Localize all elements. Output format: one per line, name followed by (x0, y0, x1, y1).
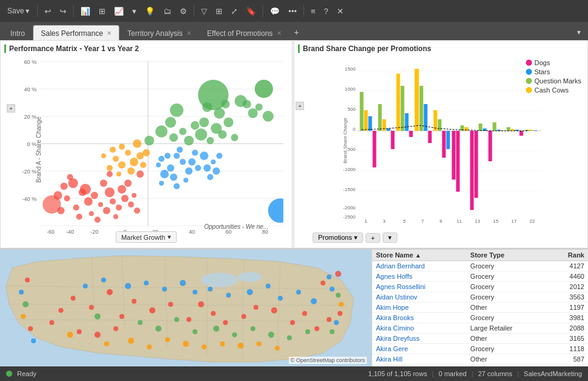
table-row[interactable]: Adrian BernhardGrocery4127 (372, 261, 588, 271)
promotions-dropdown[interactable]: Promotions ▾ (313, 232, 363, 243)
promotions-add-btn[interactable]: + (366, 233, 380, 243)
svg-point-236 (165, 337, 170, 342)
data-button[interactable]: ⊞ (95, 4, 109, 18)
toolbar-divider-4 (263, 5, 263, 17)
cell-rank: 2012 (548, 282, 588, 292)
promotions-arrow: ▾ (354, 234, 358, 241)
svg-point-193 (77, 329, 82, 334)
svg-point-209 (125, 283, 131, 289)
svg-point-24 (64, 195, 70, 201)
svg-point-92 (165, 117, 176, 128)
svg-point-53 (118, 161, 126, 169)
legend-cash-cows: Cash Cows (526, 86, 581, 94)
svg-point-231 (305, 329, 310, 334)
settings-button[interactable]: ⚙ (176, 4, 191, 18)
market-growth-dropdown[interactable]: Market Growth ▾ (116, 231, 177, 243)
col-store-name[interactable]: Store Name ▲ (372, 250, 467, 261)
svg-text:-1500: -1500 (343, 187, 356, 192)
save-button[interactable]: Save ▾ (2, 4, 34, 18)
tab-more-button[interactable]: ▾ (572, 24, 586, 40)
svg-point-49 (132, 193, 136, 198)
tab-territory-analysis-label: Territory Analysis (127, 29, 183, 38)
comment-button[interactable]: 💬 (266, 4, 283, 18)
col-store-name-label: Store Name (376, 251, 413, 259)
grid-button[interactable]: ⊞ (212, 4, 226, 18)
status-rows: 1,105 of 1,105 rows (368, 370, 427, 377)
chart-down-button[interactable]: ▾ (129, 4, 140, 18)
svg-point-89 (144, 136, 154, 145)
svg-point-73 (156, 163, 161, 167)
tab-add-button[interactable]: + (289, 24, 304, 40)
bookmark-button[interactable]: 🔖 (243, 4, 260, 18)
svg-text:22: 22 (530, 218, 535, 224)
svg-point-240 (238, 343, 244, 349)
svg-point-229 (268, 332, 274, 338)
svg-point-242 (275, 346, 280, 351)
svg-point-45 (128, 201, 134, 208)
more-button[interactable]: ••• (285, 4, 300, 18)
svg-point-34 (110, 198, 116, 204)
tab-effect-promotions-close[interactable]: ✕ (277, 30, 282, 37)
svg-text:1: 1 (364, 218, 367, 224)
svg-point-191 (186, 317, 191, 322)
table-row[interactable]: Agnes RosselliniGrocery2012 (372, 282, 588, 292)
svg-point-228 (250, 326, 255, 331)
tab-sales-performance-close[interactable]: ✕ (107, 30, 112, 37)
svg-rect-144 (415, 69, 419, 131)
table-row[interactable]: Akira BrooksGrocery3981 (372, 313, 588, 323)
bulb-button[interactable]: 💡 (141, 4, 158, 18)
bar-expand-btn[interactable]: + (296, 102, 304, 110)
svg-point-31 (80, 184, 91, 195)
market-growth-arrow: ▾ (168, 233, 171, 241)
tab-territory-analysis[interactable]: Territory Analysis ✕ (119, 25, 199, 41)
table-row[interactable]: Aidan UstinovGrocery3563 (372, 292, 588, 302)
svg-point-100 (218, 130, 227, 139)
cell-store-type: Grocery (467, 344, 549, 354)
svg-point-87 (216, 153, 222, 159)
svg-point-50 (134, 208, 140, 214)
table-row[interactable]: Akira DreyfussOther3165 (372, 334, 588, 344)
help-button[interactable]: ? (321, 4, 332, 18)
tab-intro[interactable]: Intro (2, 25, 33, 41)
svg-point-83 (204, 164, 211, 172)
svg-point-220 (311, 298, 317, 304)
redo-button[interactable]: ↪ (56, 4, 70, 18)
tab-territory-analysis-close[interactable]: ✕ (186, 30, 191, 37)
svg-point-76 (183, 178, 188, 183)
layout-button[interactable]: 🗂 (160, 4, 175, 18)
svg-point-72 (192, 150, 198, 156)
scatter-expand-btn[interactable]: + (7, 104, 15, 113)
svg-point-246 (339, 302, 344, 307)
table-row[interactable]: Akira CiminoLarge Retailer2088 (372, 323, 588, 334)
col-store-type[interactable]: Store Type (467, 250, 549, 261)
svg-point-35 (60, 183, 68, 190)
cell-store-name: Aidan Ustinov (372, 292, 467, 302)
map-panel[interactable]: © OpenStreetMap contributors (0, 250, 372, 366)
legend-stars-label: Stars (534, 68, 550, 75)
col-rank[interactable]: Rank (548, 250, 588, 261)
expand-button[interactable]: ⤢ (227, 4, 241, 18)
table-row[interactable]: Akim HopeOther1197 (372, 302, 588, 313)
legend-stars-dot (526, 69, 532, 75)
table-row[interactable]: Agnes HoffsGrocery4460 (372, 271, 588, 282)
svg-point-77 (165, 153, 171, 159)
undo-button[interactable]: ↩ (41, 4, 55, 18)
close-button[interactable]: ✕ (333, 4, 347, 18)
menu-button[interactable]: ≡ (307, 4, 319, 18)
promotions-label: Promotions (318, 234, 352, 241)
tab-sales-performance[interactable]: Sales Performance ✕ (33, 25, 119, 41)
viz-button[interactable]: 📊 (77, 4, 94, 18)
cell-store-type: Grocery (467, 282, 549, 292)
table-row[interactable]: Akira HillOther587 (372, 354, 588, 365)
table-row[interactable]: Akira GereGrocery1118 (372, 344, 588, 354)
chart-button[interactable]: 📈 (110, 4, 127, 18)
promotions-more-btn[interactable]: ▾ (383, 232, 397, 243)
svg-point-91 (169, 133, 178, 142)
svg-point-98 (207, 137, 214, 144)
filter-button[interactable]: ▽ (197, 4, 211, 18)
svg-point-234 (128, 338, 134, 344)
svg-point-187 (119, 314, 124, 319)
svg-point-224 (174, 317, 179, 322)
tab-effect-promotions[interactable]: Effect of Promotions ✕ (199, 25, 289, 41)
svg-point-111 (255, 103, 263, 111)
